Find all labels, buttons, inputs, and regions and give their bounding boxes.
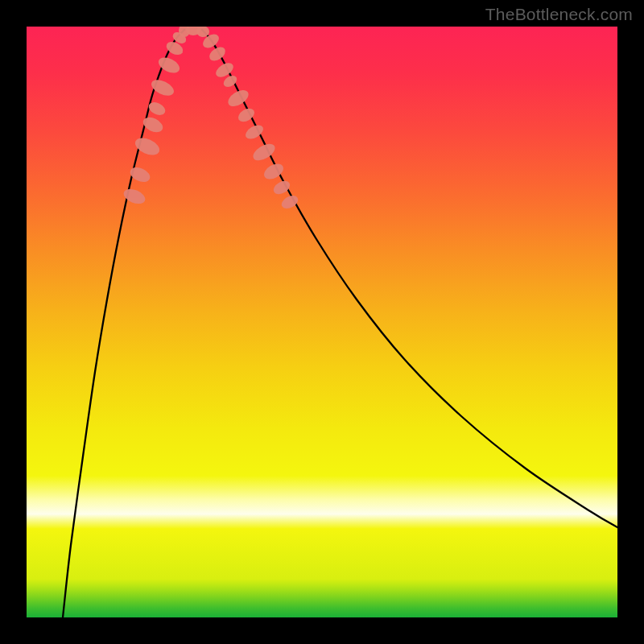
bead	[141, 114, 165, 135]
curve-layer	[27, 27, 617, 617]
watermark-text: TheBottleneck.com	[485, 5, 633, 24]
bead	[128, 164, 152, 184]
bead	[279, 193, 300, 212]
left-branch-curve	[63, 30, 184, 617]
plot-frame	[27, 27, 617, 617]
right-branch-curve	[202, 30, 617, 527]
bead-cluster	[122, 27, 300, 211]
bead	[271, 178, 292, 196]
